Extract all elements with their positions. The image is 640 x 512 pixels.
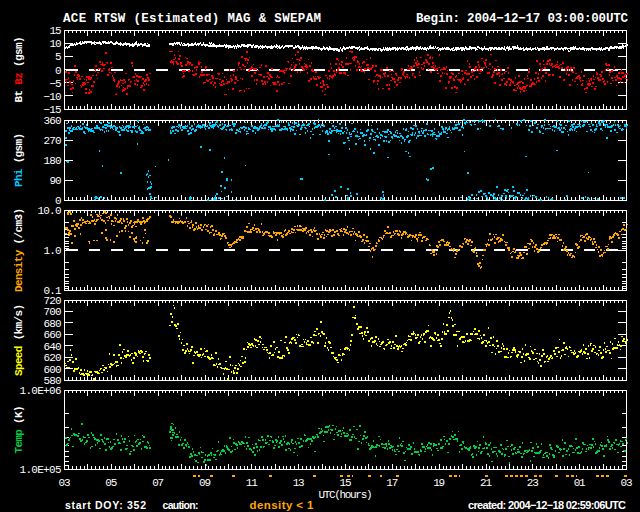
svg-text:05: 05 bbox=[105, 477, 117, 489]
svg-text:21: 21 bbox=[480, 477, 492, 489]
svg-text:density < 1: density < 1 bbox=[250, 499, 315, 511]
svg-text:UTC(hours): UTC(hours) bbox=[319, 489, 373, 501]
svg-text:13: 13 bbox=[293, 477, 305, 489]
svg-text:17: 17 bbox=[386, 477, 398, 489]
svg-text:10.0: 10.0 bbox=[38, 205, 62, 217]
svg-text:11: 11 bbox=[246, 477, 258, 489]
svg-text:01: 01 bbox=[574, 477, 586, 489]
svg-text:−5: −5 bbox=[50, 78, 62, 90]
svg-text:180: 180 bbox=[44, 155, 62, 167]
svg-text:07: 07 bbox=[152, 477, 164, 489]
svg-text:Density (/cm3): Density (/cm3) bbox=[13, 208, 25, 292]
svg-text:620: 620 bbox=[44, 352, 62, 364]
svg-text:10: 10 bbox=[50, 38, 62, 50]
svg-text:created: 2004−12−18 02:59:06UT: created: 2004−12−18 02:59:06UTC bbox=[468, 499, 626, 511]
svg-text:360: 360 bbox=[44, 115, 62, 127]
svg-text:09: 09 bbox=[199, 477, 211, 489]
svg-text:Phi (gsm): Phi (gsm) bbox=[13, 133, 25, 187]
svg-text:720: 720 bbox=[44, 295, 62, 307]
svg-text:15: 15 bbox=[50, 25, 62, 37]
svg-text:Speed (km/s): Speed (km/s) bbox=[13, 304, 25, 376]
svg-text:1.0E+05: 1.0E+05 bbox=[20, 464, 62, 476]
svg-text:660: 660 bbox=[44, 329, 62, 341]
svg-text:270: 270 bbox=[44, 135, 62, 147]
svg-text:Begin: 2004−12−17 03:00:00UTC: Begin: 2004−12−17 03:00:00UTC bbox=[416, 12, 628, 26]
svg-text:5: 5 bbox=[55, 51, 62, 63]
svg-text:03: 03 bbox=[621, 477, 633, 489]
svg-text:23: 23 bbox=[527, 477, 539, 489]
svg-text:03: 03 bbox=[59, 477, 71, 489]
svg-text:caution:: caution: bbox=[163, 499, 199, 511]
svg-text:−10: −10 bbox=[44, 91, 62, 103]
svg-text:600: 600 bbox=[44, 364, 62, 376]
svg-text:1.0: 1.0 bbox=[44, 245, 62, 257]
svg-text:1.0E+06: 1.0E+06 bbox=[20, 385, 62, 397]
svg-text:Temp (K): Temp (K) bbox=[13, 406, 25, 454]
svg-text:680: 680 bbox=[44, 318, 62, 330]
svg-text:19: 19 bbox=[433, 477, 445, 489]
svg-text:0: 0 bbox=[55, 65, 62, 77]
svg-text:640: 640 bbox=[44, 341, 62, 353]
svg-text:700: 700 bbox=[44, 306, 62, 318]
svg-text:90: 90 bbox=[50, 175, 62, 187]
svg-text:15: 15 bbox=[340, 477, 352, 489]
svg-text:start DOY: 352: start DOY: 352 bbox=[65, 499, 146, 511]
svg-text:Bt Bz (gsm): Bt Bz (gsm) bbox=[13, 37, 25, 103]
svg-text:ACE RTSW (Estimated) MAG & SWE: ACE RTSW (Estimated) MAG & SWEPAM bbox=[63, 12, 321, 26]
